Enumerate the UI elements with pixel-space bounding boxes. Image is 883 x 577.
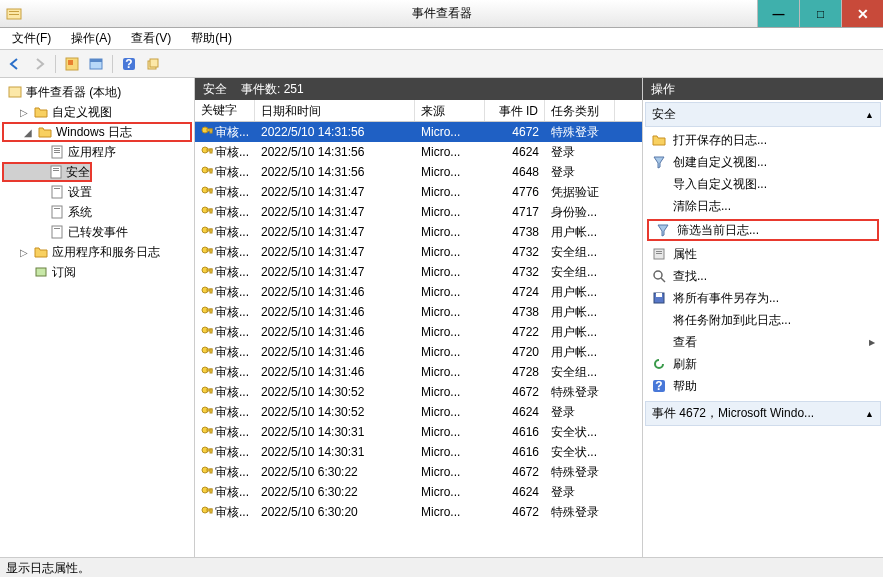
filter-icon: [651, 154, 667, 170]
svg-rect-22: [54, 208, 60, 209]
table-row[interactable]: 审核...2022/5/10 14:31:47Micro...4738用户帐..…: [195, 222, 642, 242]
tree-forwarded-label: 已转发事件: [68, 224, 128, 241]
section-collapse-icon[interactable]: ▲: [865, 409, 874, 419]
table-row[interactable]: 审核...2022/5/10 14:31:46Micro...4722用户帐..…: [195, 322, 642, 342]
console-button[interactable]: [85, 53, 107, 75]
svg-rect-24: [54, 228, 60, 229]
action-help[interactable]: ?帮助: [645, 375, 881, 397]
table-row[interactable]: 审核...2022/5/10 14:31:47Micro...4776凭据验证: [195, 182, 642, 202]
cell-eventid: 4738: [485, 225, 545, 239]
menu-file[interactable]: 文件(F): [4, 28, 59, 49]
cell-datetime: 2022/5/10 14:31:47: [255, 265, 415, 279]
cell-eventid: 4717: [485, 205, 545, 219]
cell-category: 特殊登录: [545, 464, 615, 481]
key-icon: [201, 386, 213, 398]
action-find[interactable]: 查找...: [645, 265, 881, 287]
table-row[interactable]: 审核...2022/5/10 14:31:47Micro...4732安全组..…: [195, 242, 642, 262]
col-eventid[interactable]: 事件 ID: [485, 100, 545, 121]
action-open-saved-log[interactable]: 打开保存的日志...: [645, 129, 881, 151]
menu-help[interactable]: 帮助(H): [183, 28, 240, 49]
cell-keywords: 审核...: [195, 364, 255, 381]
col-keywords[interactable]: 关键字: [195, 100, 255, 121]
tree-windows-logs[interactable]: ◢ Windows 日志: [2, 122, 192, 142]
tree-root[interactable]: 事件查看器 (本地): [0, 82, 194, 102]
cell-source: Micro...: [415, 365, 485, 379]
navigation-tree[interactable]: 事件查看器 (本地) ▷ 自定义视图 ◢ Windows 日志 应用程序 安全 …: [0, 78, 195, 557]
col-datetime[interactable]: 日期和时间: [255, 100, 415, 121]
table-row[interactable]: 审核...2022/5/10 6:30:20Micro...4672特殊登录: [195, 502, 642, 522]
menu-view[interactable]: 查看(V): [123, 28, 179, 49]
col-category[interactable]: 任务类别: [545, 100, 615, 121]
status-text: 显示日志属性。: [6, 561, 90, 575]
action-save-all-events[interactable]: 将所有事件另存为...: [645, 287, 881, 309]
table-row[interactable]: 审核...2022/5/10 14:30:31Micro...4616安全状..…: [195, 442, 642, 462]
table-row[interactable]: 审核...2022/5/10 14:31:46Micro...4720用户帐..…: [195, 342, 642, 362]
maximize-button[interactable]: □: [799, 0, 841, 27]
action-create-custom-view[interactable]: 创建自定义视图...: [645, 151, 881, 173]
scope-button[interactable]: [61, 53, 83, 75]
event-grid[interactable]: 审核...2022/5/10 14:31:56Micro...4672特殊登录 …: [195, 122, 642, 557]
tree-application[interactable]: 应用程序: [0, 142, 194, 162]
key-icon: [201, 286, 213, 298]
expand-icon[interactable]: ▷: [18, 247, 30, 258]
svg-rect-23: [52, 226, 62, 238]
table-row[interactable]: 审核...2022/5/10 14:30:52Micro...4624登录: [195, 402, 642, 422]
forward-button[interactable]: [28, 53, 50, 75]
cell-source: Micro...: [415, 485, 485, 499]
minimize-button[interactable]: —: [757, 0, 799, 27]
table-row[interactable]: 审核...2022/5/10 14:31:46Micro...4728安全组..…: [195, 362, 642, 382]
help-button[interactable]: ?: [118, 53, 140, 75]
table-row[interactable]: 审核...2022/5/10 14:31:56Micro...4672特殊登录: [195, 122, 642, 142]
table-row[interactable]: 审核...2022/5/10 14:31:56Micro...4648登录: [195, 162, 642, 182]
action-properties[interactable]: 属性: [645, 243, 881, 265]
layers-button[interactable]: [142, 53, 164, 75]
table-row[interactable]: 审核...2022/5/10 14:31:46Micro...4724用户帐..…: [195, 282, 642, 302]
action-view[interactable]: 查看: [645, 331, 881, 353]
expand-icon[interactable]: ▷: [18, 107, 30, 118]
action-import-custom-view[interactable]: 导入自定义视图...: [645, 173, 881, 195]
grid-header[interactable]: 关键字 日期和时间 来源 事件 ID 任务类别: [195, 100, 642, 122]
table-row[interactable]: 审核...2022/5/10 14:30:52Micro...4672特殊登录: [195, 382, 642, 402]
svg-rect-4: [68, 60, 73, 65]
cell-category: 安全组...: [545, 244, 615, 261]
close-button[interactable]: ✕: [841, 0, 883, 27]
collapse-icon[interactable]: ◢: [22, 127, 34, 138]
svg-text:?: ?: [655, 379, 662, 393]
window-title: 事件查看器: [412, 5, 472, 22]
table-row[interactable]: 审核...2022/5/10 6:30:22Micro...4624登录: [195, 482, 642, 502]
cell-category: 安全组...: [545, 264, 615, 281]
cell-datetime: 2022/5/10 14:31:46: [255, 285, 415, 299]
cell-datetime: 2022/5/10 6:30:22: [255, 485, 415, 499]
section-collapse-icon[interactable]: ▲: [865, 110, 874, 120]
center-head-label: 安全: [203, 81, 227, 98]
svg-rect-21: [52, 206, 62, 218]
table-row[interactable]: 审核...2022/5/10 14:31:47Micro...4732安全组..…: [195, 262, 642, 282]
tree-app-service-logs[interactable]: ▷ 应用程序和服务日志: [0, 242, 194, 262]
tree-forwarded[interactable]: 已转发事件: [0, 222, 194, 242]
svg-rect-43: [210, 229, 212, 233]
menu-action[interactable]: 操作(A): [63, 28, 119, 49]
action-refresh[interactable]: 刷新: [645, 353, 881, 375]
tree-security[interactable]: 安全: [2, 162, 92, 182]
action-clear-log[interactable]: 清除日志...: [645, 195, 881, 217]
back-button[interactable]: [4, 53, 26, 75]
tree-custom-views[interactable]: ▷ 自定义视图: [0, 102, 194, 122]
tree-custom-views-label: 自定义视图: [52, 104, 112, 121]
key-icon: [201, 506, 213, 518]
cell-eventid: 4672: [485, 465, 545, 479]
table-row[interactable]: 审核...2022/5/10 14:31:56Micro...4624登录: [195, 142, 642, 162]
action-filter-current-log[interactable]: 筛选当前日志...: [647, 219, 879, 241]
col-source[interactable]: 来源: [415, 100, 485, 121]
cell-source: Micro...: [415, 225, 485, 239]
tree-system[interactable]: 系统: [0, 202, 194, 222]
table-row[interactable]: 审核...2022/5/10 14:31:46Micro...4738用户帐..…: [195, 302, 642, 322]
table-row[interactable]: 审核...2022/5/10 14:31:47Micro...4717身份验..…: [195, 202, 642, 222]
tree-setup[interactable]: 设置: [0, 182, 194, 202]
svg-rect-6: [90, 59, 102, 62]
tree-subscriptions[interactable]: 订阅: [0, 262, 194, 282]
table-row[interactable]: 审核...2022/5/10 14:30:31Micro...4616安全状..…: [195, 422, 642, 442]
cell-keywords: 审核...: [195, 264, 255, 281]
key-icon: [201, 366, 213, 378]
table-row[interactable]: 审核...2022/5/10 6:30:22Micro...4672特殊登录: [195, 462, 642, 482]
action-attach-task[interactable]: 将任务附加到此日志...: [645, 309, 881, 331]
